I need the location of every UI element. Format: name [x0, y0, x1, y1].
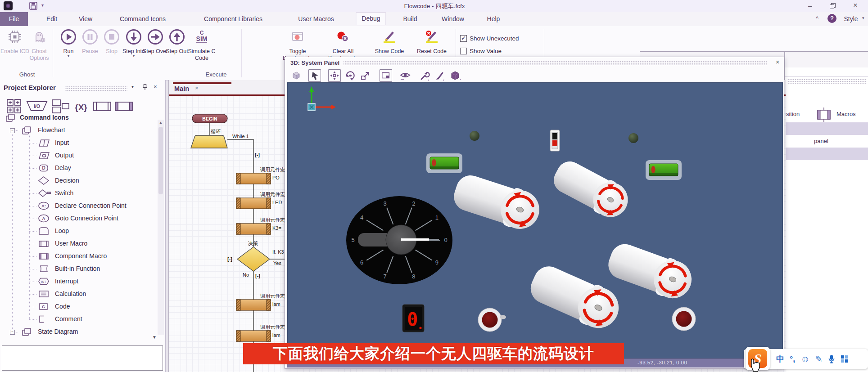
simulate-c-code-button[interactable]: C SIM Simulate C Code — [184, 28, 220, 61]
menu-debug[interactable]: Debug — [356, 12, 386, 25]
flow-loop[interactable] — [191, 135, 227, 148]
show-code-button[interactable]: Show Code — [375, 28, 404, 55]
zoom-extents-icon[interactable] — [360, 70, 371, 81]
ribbon-collapse-icon[interactable]: ^ — [816, 15, 818, 22]
tree-item-comment[interactable]: Comment — [0, 313, 155, 326]
3d-panel-titlebar[interactable]: 3D: System Panel × — [285, 57, 784, 69]
wrench-tool-icon[interactable] — [419, 70, 431, 81]
collapse-box[interactable]: [-] — [255, 152, 260, 157]
solid-cube-icon[interactable] — [450, 70, 461, 81]
led-bar[interactable] — [646, 160, 682, 180]
show-unexecuted-checkbox[interactable]: ✓ Show Unexecuted — [460, 35, 519, 42]
tree-item-code[interactable]: CCode — [0, 300, 155, 313]
menu-help[interactable]: Help — [487, 15, 500, 22]
menu-edit[interactable]: Edit — [46, 15, 57, 22]
tree-expander[interactable]: − — [10, 128, 15, 133]
select-cursor-icon[interactable] — [308, 69, 321, 82]
sidebar-scrollbar[interactable]: ▲ — [158, 120, 164, 335]
panel-menu-caret-icon[interactable]: ▾ — [131, 84, 134, 89]
flow-component-macro[interactable]: 调用元件宏LED — [236, 192, 285, 209]
tree-item-flowchart[interactable]: −Flowchart — [0, 124, 155, 137]
ime-emoji-button[interactable]: ☺ — [800, 354, 809, 364]
screenshot-icon[interactable] — [380, 69, 392, 82]
menu-command-icons[interactable]: Command Icons — [120, 15, 166, 22]
tree-item-delay[interactable]: DDelay — [0, 162, 155, 175]
close-button[interactable]: × — [853, 1, 858, 10]
flow-decision[interactable] — [237, 247, 270, 271]
flow-component-macro[interactable]: 调用元件宏K3= — [236, 217, 285, 234]
ime-mic-button[interactable] — [828, 354, 835, 363]
menu-view[interactable]: View — [79, 15, 92, 22]
tree-collapse-caret-icon[interactable]: ▼ — [152, 335, 157, 340]
style-caret-icon[interactable]: ▾ — [862, 16, 864, 20]
tree-item-output[interactable]: Output — [0, 149, 155, 162]
menu-build[interactable]: Build — [403, 15, 417, 22]
style-menu[interactable]: Style — [844, 15, 858, 22]
right-panel-row[interactable] — [785, 148, 868, 160]
collapse-box[interactable]: [-] — [227, 256, 232, 262]
toggle-breakpoints-button[interactable]: Toggle Breakpoints — [282, 28, 313, 61]
led-sphere[interactable] — [470, 131, 479, 141]
pan-icon[interactable] — [328, 69, 341, 82]
save-icon[interactable] — [29, 1, 38, 10]
minimize-button[interactable]: – — [808, 2, 812, 9]
macros-header[interactable]: Macros — [836, 111, 856, 117]
led-bar[interactable] — [426, 153, 462, 173]
menu-file[interactable]: File — [0, 12, 28, 26]
panel-close-icon[interactable]: × — [776, 58, 779, 66]
visibility-eye-icon[interactable] — [399, 70, 411, 81]
tree-item-switch[interactable]: Switch — [0, 187, 155, 200]
collapse-box[interactable]: [-] — [255, 273, 260, 278]
brush-tool-icon[interactable] — [434, 70, 446, 81]
show-value-checkbox[interactable]: Show Value — [460, 48, 502, 54]
position-header[interactable]: Position — [784, 111, 800, 117]
ime-keyboard-layout-button[interactable] — [841, 355, 849, 363]
motor[interactable] — [450, 170, 545, 234]
restore-button[interactable] — [830, 3, 836, 9]
motor[interactable] — [604, 238, 697, 304]
flow-component-macro[interactable]: 调用元件宏PO — [236, 167, 285, 184]
scroll-thumb[interactable] — [158, 127, 163, 194]
panel-drag-handle[interactable] — [344, 61, 767, 65]
rotary-dial[interactable]: 0123456789 — [346, 196, 452, 284]
tree-item-built-in-function[interactable]: Built-in Function — [0, 263, 155, 275]
flow-component-macro[interactable]: 调用元件宏lam — [236, 324, 285, 341]
panel-close-icon[interactable]: × — [154, 83, 157, 90]
checkbox-box[interactable] — [460, 48, 467, 54]
pin-icon[interactable] — [141, 84, 149, 91]
tree-expander[interactable]: − — [10, 330, 15, 335]
flow-component-macro[interactable]: 调用元件宏lam — [236, 293, 285, 310]
tree-item-command-icons[interactable]: Command Icons — [0, 112, 155, 124]
panel-drag-handle[interactable] — [65, 86, 127, 91]
quickaccess-caret-icon[interactable]: ▾ — [41, 3, 44, 8]
tree-item-decision[interactable]: Decision — [0, 175, 155, 187]
ime-punctuation-toggle[interactable]: °, — [790, 354, 795, 364]
tree-item-user-macro[interactable]: User Macro — [0, 238, 155, 250]
3d-cube-icon[interactable] — [290, 70, 302, 81]
panel-row-label[interactable]: panel — [814, 138, 828, 144]
checkbox-box[interactable]: ✓ — [460, 35, 467, 42]
tree-item-loop[interactable]: Loop — [0, 225, 155, 238]
3d-scene[interactable]: 0123456789 0 — [287, 82, 783, 359]
toggle-switch[interactable] — [550, 130, 560, 151]
ime-handwriting-button[interactable]: ✎ — [815, 354, 823, 364]
potentiometer[interactable] — [672, 307, 696, 331]
tree-item-interrupt[interactable]: INTInterrupt — [0, 275, 155, 288]
tree-item-component-macro[interactable]: Component Macro — [0, 250, 155, 263]
tree-item-input[interactable]: Input — [0, 137, 155, 149]
flow-begin[interactable]: BEGIN — [192, 114, 227, 123]
right-panel-drag-handle[interactable] — [787, 79, 867, 84]
led-sphere[interactable] — [628, 133, 638, 143]
right-panel-row[interactable] — [785, 122, 868, 135]
reset-code-button[interactable]: Reset Code — [417, 28, 447, 55]
motor[interactable] — [548, 156, 634, 224]
details-box[interactable] — [2, 345, 163, 371]
tab-close-icon[interactable]: × — [195, 85, 199, 91]
clear-breakpoints-button[interactable]: Clear All Breakpoints — [325, 28, 361, 61]
menu-component-libraries[interactable]: Component Libraries — [204, 15, 262, 22]
ghost-options-button[interactable]: Ghost Options — [25, 28, 54, 61]
help-icon[interactable]: ? — [827, 14, 836, 23]
potentiometer[interactable] — [478, 308, 506, 332]
seven-segment-display[interactable]: 0 — [402, 305, 424, 332]
ime-lang-toggle[interactable]: 中 — [776, 354, 784, 364]
